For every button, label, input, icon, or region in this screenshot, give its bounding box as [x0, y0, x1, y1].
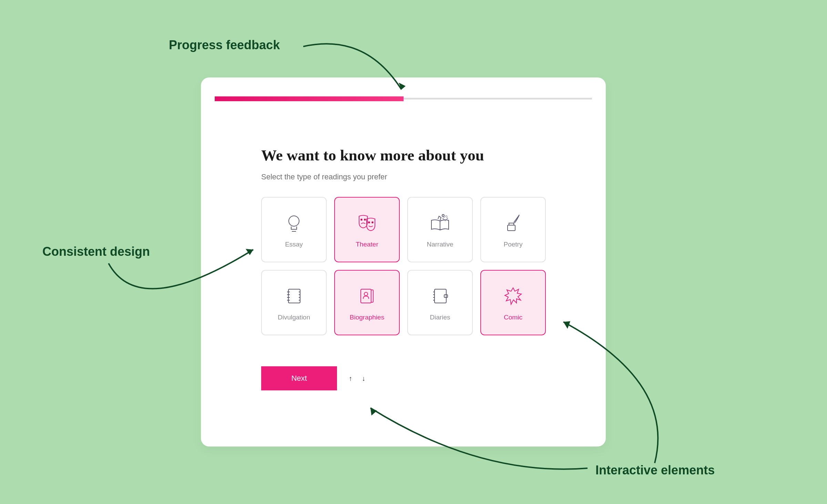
tile-label: Biographies	[350, 314, 384, 321]
progress-bar	[215, 96, 592, 101]
tile-label: Essay	[285, 241, 303, 248]
tile-label: Narrative	[427, 241, 453, 248]
annotation-arrow-interactive-right	[555, 317, 682, 465]
tile-label: Poetry	[504, 241, 523, 248]
open-book-icon	[428, 211, 452, 235]
svg-point-4	[368, 222, 370, 223]
svg-rect-8	[508, 225, 515, 231]
tile-divulgation[interactable]: Divulgation	[261, 270, 327, 335]
comic-burst-icon	[501, 284, 525, 308]
next-arrow-button[interactable]: ↓	[358, 373, 369, 384]
tile-label: Theater	[356, 241, 378, 248]
prev-arrow-button[interactable]: ↑	[345, 373, 356, 384]
form-card: We want to know more about you Select th…	[201, 77, 606, 447]
svg-rect-19	[371, 290, 373, 302]
tile-comic[interactable]: Comic	[480, 270, 546, 335]
form-heading: We want to know more about you	[261, 146, 558, 164]
form-subheading: Select the type of readings you prefer	[261, 172, 558, 181]
svg-point-5	[372, 222, 373, 223]
tile-grid: Essay Theater	[261, 197, 558, 335]
notebook-icon	[282, 284, 306, 308]
svg-point-3	[364, 219, 366, 220]
svg-point-20	[364, 292, 368, 296]
tile-label: Diaries	[430, 314, 450, 321]
tile-biographies[interactable]: Biographies	[334, 270, 400, 335]
nav-arrows: ↑ ↓	[345, 373, 369, 384]
svg-point-2	[361, 219, 362, 220]
tile-narrative[interactable]: Narrative	[407, 197, 473, 262]
tile-label: Comic	[504, 314, 522, 321]
progress-fill	[215, 96, 404, 101]
svg-rect-9	[288, 289, 300, 303]
svg-point-7	[442, 214, 444, 217]
diary-icon	[428, 284, 452, 308]
quill-ink-icon	[501, 211, 525, 235]
tile-theater[interactable]: Theater	[334, 197, 400, 262]
theater-masks-icon	[355, 211, 379, 235]
annotation-consistent: Consistent design	[42, 244, 150, 259]
profile-book-icon	[355, 284, 379, 308]
lightbulb-icon	[282, 211, 306, 235]
annotation-interactive: Interactive elements	[595, 463, 715, 477]
annotation-progress: Progress feedback	[169, 38, 280, 52]
tile-essay[interactable]: Essay	[261, 197, 327, 262]
tile-poetry[interactable]: Poetry	[480, 197, 546, 262]
next-button[interactable]: Next	[261, 366, 337, 390]
annotation-arrow-progress	[303, 34, 414, 96]
form-footer: Next ↑ ↓	[261, 366, 558, 390]
tile-label: Divulgation	[278, 314, 310, 321]
tile-diaries[interactable]: Diaries	[407, 270, 473, 335]
svg-point-0	[289, 216, 299, 226]
